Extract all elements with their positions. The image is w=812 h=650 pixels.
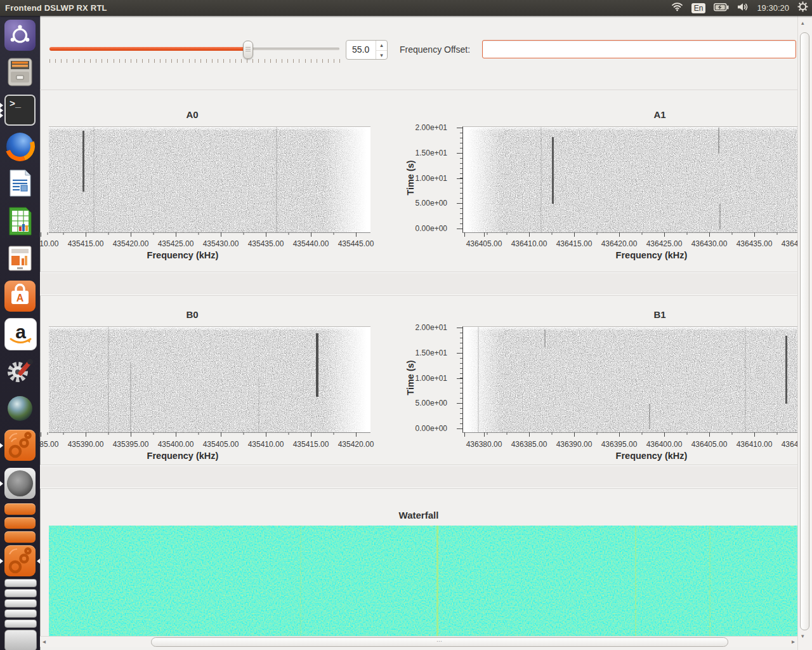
a1-x-axis-label: Frequency (kHz): [499, 250, 804, 260]
stacked-window-icon[interactable]: [4, 630, 37, 650]
svg-text:A: A: [16, 293, 24, 303]
plot-a0-canvas: [49, 126, 370, 233]
b1-y-tick-labels: 2.00e+011.50e+011.00e+015.00e+000.00e+00: [395, 326, 451, 432]
signal-trace: [540, 127, 542, 232]
stacked-window-tab[interactable]: [4, 503, 36, 515]
spin-down-button[interactable]: ▾: [376, 50, 387, 60]
a1-y-tick-labels: 2.00e+011.50e+011.00e+015.00e+000.00e+00: [395, 126, 451, 232]
session-gear-icon[interactable]: [797, 1, 808, 15]
scroll-up-arrow[interactable]: ▴: [801, 20, 804, 26]
signal-trace: [316, 333, 318, 397]
signal-trace: [276, 127, 277, 232]
tick-label: 436390.00: [556, 440, 593, 449]
pane-splitter[interactable]: [40, 465, 812, 488]
frequency-offset-input[interactable]: [482, 40, 796, 58]
a1-y-ticks: [456, 126, 462, 232]
horizontal-scrollbar-thumb[interactable]: ⋯: [151, 637, 728, 647]
signal-trace: [130, 362, 131, 432]
a0-x-axis-label: Frequency (kHz): [40, 250, 325, 260]
archive-manager-icon: [4, 56, 36, 88]
scrollbar-grip: ⋯: [436, 638, 443, 644]
stacked-window-tab[interactable]: [4, 531, 36, 543]
gnuradio-icon: [4, 545, 36, 576]
tick-label: 436430.00: [691, 239, 728, 248]
plot-b1-title: B1: [508, 309, 812, 320]
scroll-down-arrow[interactable]: ▾: [801, 633, 804, 639]
vertical-scrollbar[interactable]: ▴ ▾: [797, 16, 812, 650]
plot-b0-canvas: [49, 326, 370, 433]
libreoffice-impress-icon: [4, 243, 36, 274]
tick-label: 436425.00: [646, 239, 683, 248]
horizontal-scrollbar[interactable]: ◂ ⋯ ▸: [40, 636, 797, 647]
gnuradio-icon: [4, 430, 36, 461]
indicator-tray: En 19:30:20: [671, 0, 808, 16]
stacked-window-tab[interactable]: [4, 589, 37, 597]
plot-a1-title: A1: [508, 109, 812, 120]
tick-label: 2.00e+01: [416, 123, 447, 132]
system-settings-icon: [4, 355, 36, 387]
vertical-scrollbar-thumb[interactable]: [800, 32, 809, 630]
tick-label: 0.00e+00: [416, 224, 447, 233]
unity-launcher: >_ A a: [0, 16, 40, 650]
gain-slider-handle[interactable]: [243, 41, 253, 59]
ubuntu-software-icon: A: [4, 281, 36, 312]
tick-label: 1.00e+01: [416, 374, 447, 383]
plot-b0-title: B0: [40, 309, 344, 320]
signal-trace: [108, 327, 109, 432]
terminal-icon: >_: [4, 95, 36, 126]
b1-x-tick-labels: 436380.00436385.00436390.00436395.004364…: [40, 440, 812, 449]
tick-label: 436415.00: [556, 239, 593, 248]
spin-up-button[interactable]: ▴: [376, 41, 387, 50]
battery-icon[interactable]: [714, 3, 729, 14]
stacked-window-tab[interactable]: [4, 579, 37, 587]
gain-slider-ticks: [49, 59, 341, 63]
globe-icon: [4, 393, 36, 424]
tick-label: 436405.00: [691, 440, 728, 449]
tick-label: 436400.00: [646, 440, 683, 449]
tick-label: 436385.00: [511, 440, 547, 449]
spin-buttons: ▴ ▾: [376, 41, 387, 59]
volume-icon[interactable]: [737, 3, 749, 14]
plot-a1-canvas: [462, 126, 798, 233]
tick-label: 436420.00: [601, 239, 638, 248]
tick-label: 1.50e+01: [416, 149, 447, 157]
waterfall-signal: [635, 526, 636, 637]
signal-trace: [82, 131, 84, 192]
signal-trace: [718, 128, 719, 153]
tick-label: 1.00e+01: [416, 174, 447, 183]
tick-label: 436410.00: [737, 440, 773, 449]
keyboard-indicator[interactable]: En: [691, 3, 706, 13]
signal-trace: [478, 327, 479, 432]
stacked-window-tab[interactable]: [4, 620, 37, 628]
pane-splitter[interactable]: [40, 272, 812, 295]
firefox-icon: [4, 131, 36, 162]
scroll-right-arrow[interactable]: ▸: [792, 638, 795, 645]
stacked-window-tab[interactable]: [4, 599, 37, 607]
clock[interactable]: 19:30:20: [757, 3, 789, 13]
scroll-left-arrow[interactable]: ◂: [43, 638, 46, 645]
tick-label: 0.00e+00: [416, 424, 447, 433]
signal-trace: [93, 127, 95, 232]
b1-y-ticks: [456, 326, 462, 432]
gain-value: 55.0: [352, 44, 369, 55]
tick-label: 436410.00: [511, 239, 547, 248]
stacked-window-tab[interactable]: [4, 609, 37, 618]
signal-trace: [258, 378, 259, 432]
tick-label: 1.50e+01: [416, 348, 447, 357]
signal-trace: [719, 204, 721, 229]
gain-slider-fill: [49, 47, 248, 51]
waterfall-canvas: [49, 526, 797, 637]
tick-label: 2.00e+01: [416, 323, 447, 332]
gain-spinbox[interactable]: 55.0 ▴ ▾: [346, 40, 388, 60]
tick-label: 5.00e+00: [416, 399, 447, 408]
frequency-offset-label: Frequency Offset:: [400, 44, 470, 55]
desktop: Frontend DSLWP RX RTL En 19:30:20: [0, 0, 812, 650]
plot-a0-title: A0: [40, 109, 344, 120]
stacked-window-tab[interactable]: [4, 517, 36, 529]
plot-b1-canvas: [462, 326, 798, 433]
tick-label: 436435.00: [737, 239, 773, 248]
signal-trace: [785, 336, 787, 404]
amazon-icon: a: [4, 318, 37, 350]
wifi-icon[interactable]: [671, 2, 683, 14]
tick-label: 436405.00: [466, 239, 502, 248]
